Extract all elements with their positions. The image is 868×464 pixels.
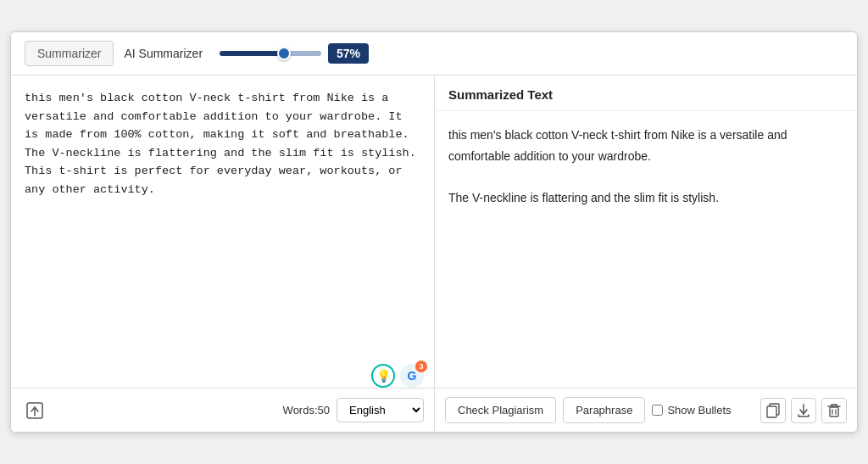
right-bottom-bar: Check Plagiarism Paraphrase Show Bullets: [435, 388, 857, 432]
grammarly-icon[interactable]: G 3: [400, 364, 424, 388]
slider-thumb[interactable]: [277, 47, 291, 60]
check-plagiarism-button[interactable]: Check Plagiarism: [445, 397, 556, 423]
input-textarea[interactable]: [11, 75, 434, 361]
download-button[interactable]: [791, 398, 816, 423]
show-bullets-label[interactable]: Show Bullets: [652, 404, 731, 416]
paraphrase-button[interactable]: Paraphrase: [563, 397, 645, 423]
words-language-group: Words:50 English Spanish French German: [283, 398, 424, 422]
svg-rect-5: [830, 407, 838, 416]
upload-button[interactable]: [21, 397, 48, 424]
bulb-icon[interactable]: 💡: [371, 364, 395, 388]
tab-summarizer[interactable]: Summarizer: [25, 41, 114, 66]
header: Summarizer AI Summarizer 57%: [11, 32, 857, 75]
summary-output: this men's black cotton V-neck t-shirt f…: [435, 111, 857, 388]
copy-button[interactable]: [760, 398, 786, 423]
slider-container: 57%: [220, 43, 369, 64]
show-bullets-checkbox[interactable]: [652, 405, 663, 416]
grammarly-badge: 3: [415, 361, 427, 372]
svg-rect-3: [767, 406, 776, 417]
main-content: 💡 G 3 Words:50 E: [11, 75, 857, 432]
left-bottom-bar: Words:50 English Spanish French German: [11, 388, 434, 432]
grammarly-letter: G: [408, 369, 417, 383]
action-icons-group: [760, 398, 847, 423]
language-select[interactable]: English Spanish French German: [337, 398, 424, 422]
words-count: Words:50: [283, 404, 330, 416]
bulb-icon-symbol: 💡: [376, 369, 391, 383]
show-bullets-text: Show Bullets: [667, 404, 731, 416]
slider-track[interactable]: [220, 51, 321, 56]
summarized-text-header: Summarized Text: [435, 75, 857, 111]
delete-button[interactable]: [821, 398, 847, 423]
app-container: Summarizer AI Summarizer 57% 💡 G 3: [10, 31, 858, 433]
percent-badge: 57%: [328, 43, 369, 64]
right-panel: Summarized Text this men's black cotton …: [435, 75, 857, 432]
left-panel: 💡 G 3 Words:50 E: [11, 75, 435, 432]
tab-ai-summarizer[interactable]: AI Summarizer: [124, 47, 203, 60]
